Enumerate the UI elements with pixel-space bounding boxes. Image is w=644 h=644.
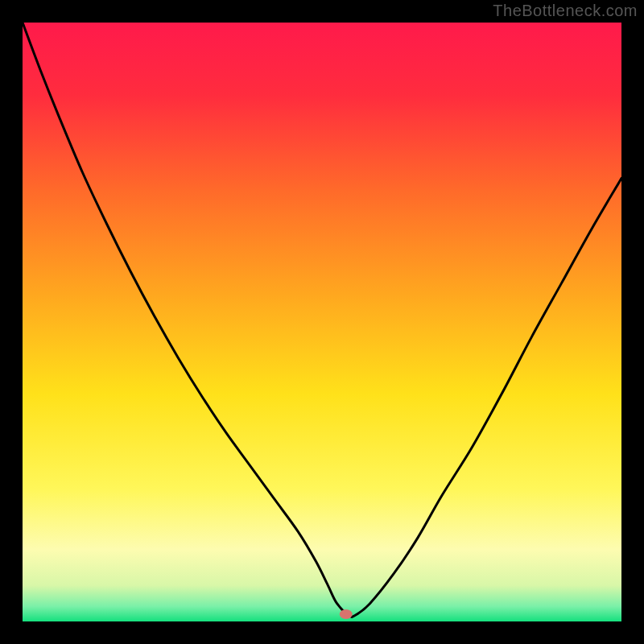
- plot-area: [23, 23, 621, 621]
- chart-svg: [23, 23, 621, 621]
- chart-frame: TheBottleneck.com: [0, 0, 644, 644]
- watermark-text: TheBottleneck.com: [493, 2, 638, 20]
- optimum-marker: [340, 609, 353, 619]
- gradient-background: [23, 23, 621, 621]
